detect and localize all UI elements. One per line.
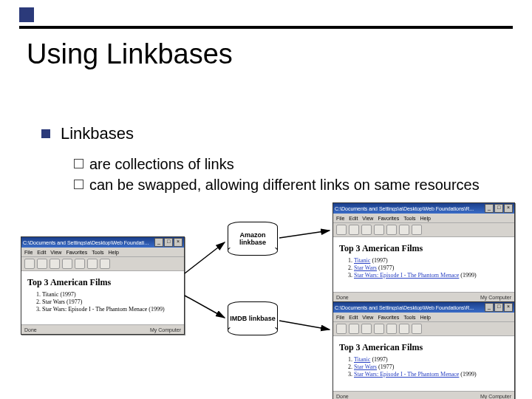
film-year: (1977) xyxy=(378,265,394,271)
menu-item[interactable]: File xyxy=(24,250,33,255)
list-item: Star Wars: Episode I - The Phantom Menac… xyxy=(354,272,508,279)
list-item: Star Wars: Episode I - The Phantom Menac… xyxy=(42,306,178,313)
browser-content: Top 3 American Films Titanic (1997) Star… xyxy=(333,237,514,292)
favorites-icon[interactable] xyxy=(412,324,422,334)
menu-item[interactable]: Edit xyxy=(349,216,358,221)
refresh-icon[interactable] xyxy=(62,259,72,269)
titlebar-text: C:\Documents and Settings\a\Desktop\Web … xyxy=(335,206,474,211)
forward-icon[interactable] xyxy=(349,324,359,334)
close-button[interactable]: × xyxy=(504,204,513,213)
bullet-level2-item: can be swapped, allowing different links… xyxy=(74,174,488,195)
arrow-left-to-amazon xyxy=(185,242,225,273)
back-icon[interactable] xyxy=(336,324,347,334)
film-year: (1999) xyxy=(460,272,476,279)
titlebar-text: C:\Documents and Settings\a\Desktop\Web … xyxy=(335,305,474,310)
page-heading: Top 3 American Films xyxy=(27,277,178,288)
stop-icon[interactable] xyxy=(361,324,372,334)
menu-item[interactable]: View xyxy=(362,216,373,221)
search-icon[interactable] xyxy=(399,324,409,334)
menubar: File Edit View Favorites Tools Help xyxy=(333,214,514,223)
menu-item[interactable]: Help xyxy=(420,216,431,221)
home-icon[interactable] xyxy=(75,259,85,269)
back-icon[interactable] xyxy=(24,259,35,269)
window-buttons: _ □ × xyxy=(154,238,183,247)
menu-item[interactable]: File xyxy=(336,315,344,320)
stop-icon[interactable] xyxy=(50,259,60,269)
list-item: Titanic (1997) xyxy=(42,291,178,298)
toolbar xyxy=(333,322,514,336)
search-icon[interactable] xyxy=(87,259,98,269)
header-divider xyxy=(19,26,513,29)
close-button[interactable]: × xyxy=(174,238,183,247)
bullet-level2-item: are collections of links xyxy=(74,154,488,174)
menu-item[interactable]: Favorites xyxy=(378,315,399,320)
menu-item[interactable]: Favorites xyxy=(66,250,87,255)
menu-item[interactable]: Edit xyxy=(37,250,46,255)
refresh-icon[interactable] xyxy=(374,225,384,235)
menu-item[interactable]: Help xyxy=(420,315,431,320)
menu-item[interactable]: Edit xyxy=(349,315,358,320)
menubar: File Edit View Favorites Tools Help xyxy=(21,248,184,257)
minimize-button[interactable]: _ xyxy=(485,204,494,213)
film-link[interactable]: Titanic xyxy=(354,257,370,264)
list-item: Star Wars (1977) xyxy=(42,299,178,305)
titlebar: C:\Documents and Settings\a\Desktop\Web … xyxy=(21,237,184,248)
film-year: (1977) xyxy=(378,364,394,370)
menubar: File Edit View Favorites Tools Help xyxy=(333,313,514,322)
film-link[interactable]: Star Wars: Episode I - The Phantom Menac… xyxy=(354,272,459,279)
favorites-icon[interactable] xyxy=(412,225,422,235)
bullet-square-icon xyxy=(41,129,50,138)
maximize-button[interactable]: □ xyxy=(494,204,503,213)
status-text: Done xyxy=(336,295,349,300)
list-item: Star Wars (1977) xyxy=(354,364,508,370)
film-list-linked: Titanic (1997) Star Wars (1977) Star War… xyxy=(339,356,508,378)
search-icon[interactable] xyxy=(399,225,409,235)
maximize-button[interactable]: □ xyxy=(164,238,173,247)
film-list-plain: Titanic (1997) Star Wars (1977) Star War… xyxy=(27,291,178,313)
menu-item[interactable]: View xyxy=(50,250,61,255)
stop-icon[interactable] xyxy=(361,225,372,235)
film-link[interactable]: Star Wars: Episode I - The Phantom Menac… xyxy=(354,371,459,378)
cylinder-imdb: IMDB linkbase xyxy=(228,301,278,335)
minimize-button[interactable]: _ xyxy=(485,303,494,312)
bullet-level1-text: Linkbases xyxy=(61,124,134,143)
page-heading: Top 3 American Films xyxy=(339,342,508,353)
slide-title: Using Linkbases xyxy=(27,38,233,70)
film-link[interactable]: Star Wars xyxy=(354,265,377,271)
minimize-button[interactable]: _ xyxy=(154,238,163,247)
status-location: My Computer xyxy=(480,394,511,399)
refresh-icon[interactable] xyxy=(374,324,384,334)
back-icon[interactable] xyxy=(336,225,347,235)
forward-icon[interactable] xyxy=(37,259,47,269)
forward-icon[interactable] xyxy=(349,225,359,235)
menu-item[interactable]: Favorites xyxy=(378,216,399,221)
browser-window-left: C:\Documents and Settings\a\Desktop\Web … xyxy=(21,236,185,335)
menu-item[interactable]: File xyxy=(336,216,344,221)
film-link[interactable]: Titanic xyxy=(354,356,370,363)
menu-item[interactable]: View xyxy=(362,315,373,320)
browser-window-bottom-right: C:\Documents and Settings\a\Desktop\Web … xyxy=(332,301,515,399)
film-year: (1997) xyxy=(372,356,387,363)
film-year: (1997) xyxy=(372,257,387,264)
bullet-level2-group: are collections of links can be swapped,… xyxy=(74,154,488,195)
bullet-level1: Linkbases xyxy=(41,124,134,143)
menu-item[interactable]: Help xyxy=(109,250,119,255)
menu-item[interactable]: Tools xyxy=(92,250,103,255)
statusbar: Done My Computer xyxy=(333,292,514,301)
favorites-icon[interactable] xyxy=(100,259,110,269)
maximize-button[interactable]: □ xyxy=(494,303,503,312)
list-item: Star Wars (1977) xyxy=(354,265,508,271)
browser-content: Top 3 American Films Titanic (1997) Star… xyxy=(21,271,184,324)
bullet-sub1-text: are collections of links xyxy=(89,156,234,172)
menu-item[interactable]: Tools xyxy=(403,216,415,221)
film-link[interactable]: Star Wars xyxy=(354,364,377,370)
menu-item[interactable]: Tools xyxy=(403,315,415,320)
list-item: Star Wars: Episode I - The Phantom Menac… xyxy=(354,371,508,378)
home-icon[interactable] xyxy=(386,324,397,334)
status-location: My Computer xyxy=(480,295,511,300)
home-icon[interactable] xyxy=(386,225,397,235)
close-button[interactable]: × xyxy=(504,303,513,312)
titlebar: C:\Documents and Settings\a\Desktop\Web … xyxy=(333,302,514,313)
cylinder-bottom-icon xyxy=(228,325,278,335)
arrow-imdb-to-right xyxy=(279,321,330,330)
